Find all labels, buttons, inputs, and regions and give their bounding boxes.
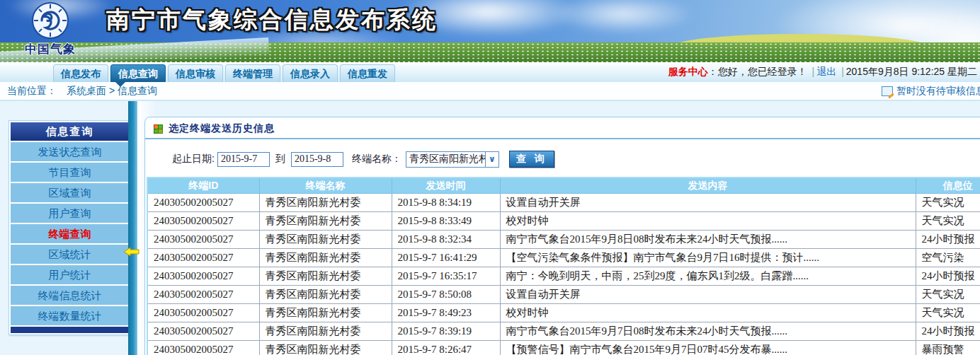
table-cell: 240305002005027 [147,304,259,322]
table-cell: 24小时预报 [916,267,980,286]
table-cell: 【预警信号】南宁市气象台2015年9月7日07时45分发布暴...... [500,341,916,355]
table-row: 240305002005027青秀区南阳新光村委2015-9-7 16:41:2… [147,249,980,267]
table-cell: 青秀区南阳新光村委 [259,304,392,322]
banner: 中国气象 南宁市气象综合信息发布系统 [0,0,980,62]
sidebar-divider [128,101,137,355]
table-cell: 240305002005027 [147,286,259,304]
panel-titlebar: 选定终端发送历史信息 [145,117,980,139]
audit-notice-text: 暂时没有待审核信息 [896,85,980,98]
nav-tab[interactable]: 信息重发 [340,64,395,82]
table-cell: 240305002005027 [147,194,259,212]
sidebar-footer-bar [11,327,129,333]
table-cell: 2015-9-7 16:41:29 [392,249,500,267]
table-cell: 设置自动开关屏 [500,286,916,304]
breadcrumb-path[interactable]: 系统桌面 > 信息查询 [67,85,157,96]
nav-tab[interactable]: 终端管理 [225,64,280,82]
table-cell: 2015-9-8 8:32:34 [392,231,500,249]
terminal-select-value: 青秀区南阳新光村委 [406,153,485,165]
table-cell: 校对时钟 [500,212,916,231]
query-form: 起止日期: 到 终端名称： 青秀区南阳新光村委 ∨ 查 询 [172,151,980,168]
table-row: 240305002005027青秀区南阳新光村委2015-9-8 8:34:19… [147,194,980,212]
table-cell: 青秀区南阳新光村委 [259,341,392,355]
sidebar-item[interactable]: 终端查询 [11,224,129,243]
table-cell: 2015-9-7 8:39:19 [392,322,500,341]
table-cell: 240305002005027 [147,249,259,267]
breadcrumb-row: 当前位置：系统桌面 > 信息查询 暂时没有待审核信息 [0,82,980,101]
table-cell: 青秀区南阳新光村委 [259,231,392,249]
date-range-label: 起止日期: [172,153,215,165]
sidebar-item[interactable]: 发送状态查询 [11,142,129,161]
table-cell: 2015-9-7 8:50:08 [392,286,500,304]
cma-logo-icon [30,1,71,41]
table-cell: 空气污染 [916,249,980,267]
sidebar-item[interactable]: 用户查询 [11,204,129,223]
table-cell: 青秀区南阳新光村委 [259,212,392,231]
table-row: 240305002005027青秀区南阳新光村委2015-9-7 8:50:08… [147,286,980,304]
table-cell: 240305002005027 [147,322,259,341]
table-cell: 2015-9-7 8:49:23 [392,304,500,322]
date-to-input[interactable] [291,152,343,167]
sidebar-item[interactable]: 终端信息统计 [11,286,129,305]
nav-tab[interactable]: 信息审核 [168,64,223,82]
terminal-select[interactable]: 青秀区南阳新光村委 ∨ [406,151,499,168]
table-cell: 南宁市气象台2015年9月7日08时发布未来24小时天气预报...... [500,322,916,341]
logout-link[interactable]: 退出 [816,66,836,77]
audit-notice[interactable]: 暂时没有待审核信息 [882,85,980,98]
nav-tab[interactable]: 信息查询 [110,64,166,82]
table-row: 240305002005027青秀区南阳新光村委2015-9-7 8:49:23… [147,304,980,322]
separator: | [839,66,846,77]
to-label: 到 [275,153,285,165]
service-center-label: 服务中心 [668,66,708,77]
note-pencil-icon [882,86,893,96]
sidebar-item[interactable]: 用户统计 [11,265,129,284]
table-cell: 【空气污染气象条件预报】南宁市气象台9月7日16时提供：预计...... [500,249,916,267]
table-row: 240305002005027青秀区南阳新光村委2015-9-7 8:26:47… [147,341,980,355]
table-cell: 2015-9-8 8:33:49 [392,212,500,231]
nav-tabs: 信息发布信息查询信息审核终端管理信息录入信息重发 [53,64,395,82]
panel-title: 选定终端发送历史信息 [169,122,275,135]
sidebar-items: 发送状态查询节目查询区域查询用户查询终端查询区域统计用户统计终端信息统计终端数量… [11,142,129,325]
table-cell: 青秀区南阳新光村委 [259,322,392,341]
table-cell: 2015-9-8 8:34:19 [392,194,500,212]
system-title: 南宁市气象综合信息发布系统 [106,4,438,36]
table-row: 240305002005027青秀区南阳新光村委2015-9-7 8:39:19… [147,322,980,341]
cloud-decoration [552,0,694,34]
table-cell: 天气实况 [916,212,980,231]
nav-bar: 信息发布信息查询信息审核终端管理信息录入信息重发 服务中心：您好，您已经登录！ … [0,62,980,82]
table-cell: 青秀区南阳新光村委 [259,194,392,212]
table-row: 240305002005027青秀区南阳新光村委2015-9-8 8:33:49… [147,212,980,231]
user-info: 服务中心：您好，您已经登录！ |退出 |2015年9月8日 9:12:25 星期… [668,66,977,78]
sidebar-item[interactable]: 终端数量统计 [11,306,129,325]
table-cell: 天气实况 [916,194,980,212]
collapse-sidebar-arrow-icon[interactable] [123,247,142,257]
table-cell: 青秀区南阳新光村委 [259,267,392,286]
table-cell: 天气实况 [916,286,980,304]
table-row: 240305002005027青秀区南阳新光村委2015-9-7 16:35:1… [147,267,980,286]
table-cell: 240305002005027 [147,231,259,249]
table-cell: 天气实况 [916,304,980,322]
nav-tab[interactable]: 信息发布 [53,64,108,82]
table-cell: 240305002005027 [147,341,259,355]
table-cell: 240305002005027 [147,267,259,286]
table-cell: 2015-9-7 16:35:17 [392,267,500,286]
table-column-header: 终端名称 [259,178,392,194]
sidebar-title: 信息查询 [11,122,129,141]
sidebar-item[interactable]: 区域统计 [11,245,129,264]
sidebar-item[interactable]: 区域查询 [11,183,129,202]
table-column-header: 信息位 [916,178,980,194]
cma-logo: 中国气象 [20,1,81,57]
separator: | [810,66,817,77]
date-from-input[interactable] [217,152,270,167]
table-cell: 240305002005027 [147,212,259,231]
query-button[interactable]: 查 询 [509,151,554,168]
table-cell: 南宁市气象台2015年9月8日08时发布未来24小时天气预报...... [500,231,916,249]
chevron-down-icon: ∨ [485,152,498,167]
sidebar: 信息查询 发送状态查询节目查询区域查询用户查询终端查询区域统计用户统计终端信息统… [8,120,131,335]
breadcrumb: 当前位置：系统桌面 > 信息查询 [7,85,157,98]
main-area: 信息查询 发送状态查询节目查询区域查询用户查询终端查询区域统计用户统计终端信息统… [0,101,980,355]
table-cell: 24小时预报 [916,231,980,249]
content-panel: 选定终端发送历史信息 起止日期: 到 终端名称： 青秀区南阳新光村委 ∨ 查 询… [144,117,980,355]
nav-tab[interactable]: 信息录入 [283,64,338,82]
terminal-name-label: 终端名称： [352,153,401,165]
sidebar-item[interactable]: 节目查询 [11,163,129,182]
